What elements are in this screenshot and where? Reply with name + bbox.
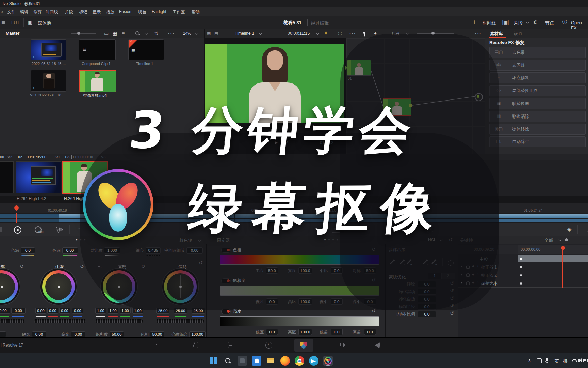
node-more-icon[interactable]: ···	[475, 31, 482, 36]
kf-master-track[interactable]	[518, 255, 588, 262]
gain-master-slider[interactable]	[95, 319, 143, 323]
menu-item-file[interactable]: 文件	[7, 9, 15, 15]
menu-item-edit[interactable]: 编辑	[20, 9, 28, 15]
media-thumb-timeline[interactable]: ✓ ▦	[128, 39, 164, 60]
page-fusion-icon[interactable]: ✦	[265, 342, 272, 349]
thumbnail-view-icon[interactable]: ▦	[113, 31, 117, 36]
page-media-icon[interactable]: ▸	[154, 342, 161, 348]
menu-item-fairlight[interactable]: Fairlight	[152, 9, 166, 14]
gamma-g-value[interactable]: 0.00	[59, 308, 70, 314]
lut-button[interactable]: LUT	[11, 20, 20, 25]
saturation-value[interactable]: 50.00	[110, 331, 124, 337]
fx-item-dustbuster[interactable]: ▢,自动除尘	[489, 136, 586, 147]
list-view-icon[interactable]: ≡	[122, 31, 125, 36]
offset-master-slider[interactable]	[156, 319, 204, 323]
viewer-timeline-select[interactable]: Timeline 1	[235, 31, 254, 36]
lift-wheel[interactable]	[0, 270, 18, 303]
tray-mic-icon[interactable]	[546, 358, 548, 361]
in-out-ratio-reset-icon[interactable]: ↺	[450, 310, 454, 316]
taskbar-firefox-icon[interactable]	[280, 356, 290, 366]
menu-item-timeline[interactable]: 时间线	[46, 9, 58, 15]
tracker-icon[interactable]	[14, 226, 21, 234]
nodes-button[interactable]: 节点	[545, 20, 554, 26]
start-button[interactable]	[209, 356, 218, 366]
tray-wifi-icon[interactable]	[572, 359, 577, 362]
tab-library[interactable]: 素材库	[490, 31, 503, 37]
zoom-level[interactable]: 24%	[183, 31, 191, 36]
playhead-marker-icon[interactable]	[13, 204, 19, 211]
viewer-more-icon[interactable]: ···	[349, 31, 356, 36]
fx-item-patchreplace[interactable]: ◌▹局部替换工具	[489, 85, 586, 96]
fx-item-framereplace[interactable]: ▣帧替换器	[489, 98, 586, 109]
clip-recording[interactable]	[16, 161, 61, 193]
menu-item-fusion[interactable]: Fusion	[119, 9, 131, 14]
lift-master-slider[interactable]	[0, 319, 24, 323]
clip-view-button[interactable]: 片段	[514, 20, 523, 26]
lum-gradient-bar[interactable]	[220, 316, 379, 326]
media-thumb-vid[interactable]: ♪	[31, 70, 66, 92]
tray-battery-icon[interactable]	[583, 359, 588, 362]
menu-item-color[interactable]: 调色	[138, 9, 146, 15]
timeline-view-button[interactable]: 时间线	[483, 20, 496, 26]
temp-value[interactable]: 0.0	[21, 247, 35, 254]
page-edit-icon[interactable]	[228, 342, 235, 348]
gamma-wheel[interactable]	[42, 270, 75, 303]
menu-item-playback[interactable]: 播放	[106, 9, 114, 15]
tray-volume-icon[interactable]	[578, 359, 580, 362]
menu-item-help[interactable]: 帮助	[192, 9, 200, 15]
menu-item-trim[interactable]: 修剪	[33, 9, 42, 15]
shadows-value[interactable]: 0.00	[32, 331, 46, 337]
metadata-view-icon[interactable]: ▭	[104, 31, 109, 36]
menu-item-workspace[interactable]: 工作区	[173, 9, 185, 15]
lum-mix-value[interactable]: 100.00	[189, 331, 206, 337]
viewer-grid-icon[interactable]: ▦	[207, 31, 211, 35]
bin-name[interactable]: Master	[6, 31, 19, 36]
highlights-value[interactable]: 0.00	[71, 331, 85, 337]
track-v1-label[interactable]: V1	[55, 155, 60, 159]
fx-item-deflicker[interactable]: ⁂去闪烁	[489, 60, 586, 71]
track-v2-label[interactable]: V2	[7, 155, 12, 159]
wheel-lift-reset-icon[interactable]: ↺	[20, 264, 24, 269]
taskbar-explorer-icon[interactable]	[266, 356, 276, 366]
keyframes-zoom-slider[interactable]	[565, 240, 586, 240]
page-deliver-icon[interactable]	[375, 341, 382, 348]
lum-hsoft-value[interactable]: 0.0	[364, 329, 376, 335]
taskbar-davinci-icon-active[interactable]	[323, 356, 333, 366]
track-v1-num[interactable]: 03	[63, 155, 72, 159]
search-icon[interactable]	[135, 31, 139, 35]
tint-value[interactable]: 0.00	[62, 247, 78, 254]
cursor-tool-icon[interactable]	[363, 31, 368, 37]
thumb-size-slider[interactable]	[71, 33, 96, 34]
clip-black[interactable]	[0, 161, 14, 193]
lum-high-value[interactable]: 100.0	[298, 329, 312, 335]
tray-pen-icon[interactable]	[537, 358, 542, 363]
fx-item-objectremove[interactable]: ◉▢物体移除	[489, 124, 586, 135]
gamma-b-value[interactable]: 0.00	[72, 308, 83, 314]
track-v2-num[interactable]: 02	[16, 155, 24, 159]
menu-partial[interactable]: e	[1, 9, 3, 14]
lum-lsoft-value[interactable]: 0.0	[331, 329, 343, 335]
lift-b-value[interactable]: 0.00	[11, 308, 26, 314]
media-thumb-compound[interactable]: ▤	[79, 39, 116, 60]
fx-item-deadpixel[interactable]: ▫坏点修复	[489, 72, 586, 83]
sort-icon[interactable]: ⇅	[154, 31, 159, 36]
menu-item-clip[interactable]: 片段	[65, 9, 73, 15]
hdr-wheels-icon[interactable]: HDR	[35, 226, 42, 233]
lift-g-value[interactable]: 0.00	[0, 308, 10, 314]
in-out-ratio-value[interactable]: 0.0	[418, 311, 436, 317]
menu-item-mark[interactable]: 标记	[79, 9, 87, 15]
viewer-grid2-icon[interactable]: ▤	[214, 31, 218, 35]
gamma-y-value[interactable]: 0.00	[35, 308, 46, 314]
node-zoom-slider[interactable]	[417, 33, 454, 34]
tray-lang-secondary[interactable]: 拼	[563, 358, 568, 364]
gamma-master-slider[interactable]	[34, 319, 86, 323]
expand-viewer-icon[interactable]: ⛶	[338, 31, 342, 36]
fx-item-chromatic[interactable]: ▥彩边消除	[489, 111, 586, 122]
taskbar-telegram-icon[interactable]	[309, 356, 318, 366]
gain-g-value[interactable]: 1.00	[120, 308, 131, 314]
fx-item-deband[interactable]: ▤▢去色带	[489, 47, 586, 58]
page-color-active[interactable]	[294, 339, 313, 352]
partial-value[interactable]: 0	[0, 331, 6, 337]
hue-value[interactable]: 50.00	[150, 331, 164, 337]
viewer-timecode[interactable]: 00:00:11:15	[288, 31, 310, 36]
